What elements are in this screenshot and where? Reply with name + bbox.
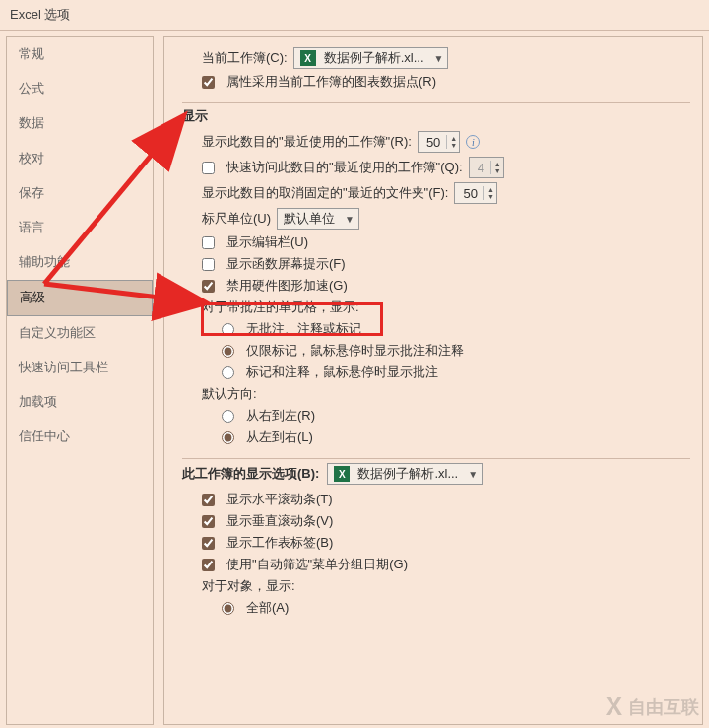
quick-access-recent-checkbox[interactable]	[202, 162, 215, 174]
recent-folders-label: 显示此数目的取消固定的"最近的文件夹"(F):	[202, 184, 448, 202]
comment-both-radio[interactable]	[222, 366, 234, 379]
workbook-display-dropdown[interactable]: X 数据例子解析.xl... ▼	[327, 463, 483, 485]
ruler-units-value: 默认单位	[284, 210, 335, 228]
disable-hw-accel-label: 禁用硬件图形加速(G)	[226, 277, 348, 295]
show-editbar-label: 显示编辑栏(U)	[226, 233, 308, 251]
recent-workbooks-value: 50	[426, 135, 440, 150]
comment-both-label: 标记和注释，鼠标悬停时显示批注	[246, 364, 438, 381]
sidebar-item-customize-ribbon[interactable]: 自定义功能区	[7, 316, 153, 351]
dir-ltr-radio[interactable]	[222, 431, 234, 444]
quick-access-recent-label: 快速访问此数目的"最近使用的工作簿"(Q):	[226, 159, 463, 176]
disable-hw-accel-checkbox[interactable]	[202, 280, 215, 293]
quick-access-recent-value: 4	[478, 161, 484, 175]
comments-head: 对于带批注的单元格，显示:	[202, 298, 690, 316]
excel-file-icon: X	[334, 466, 350, 482]
comment-none-label: 无批注、注释或标记	[246, 320, 361, 338]
section-workbook-display: 此工作簿的显示选项(B): X 数据例子解析.xl... ▼	[182, 458, 690, 485]
recent-workbooks-spinner[interactable]: 50 ▲▼	[418, 131, 460, 153]
section-workbook-display-label: 此工作簿的显示选项(B):	[182, 465, 319, 483]
spinner-arrows-icon[interactable]: ▲▼	[483, 186, 494, 200]
sidebar-item-data[interactable]: 数据	[7, 106, 153, 141]
dir-ltr-label: 从左到右(L)	[246, 429, 313, 446]
sidebar-item-general[interactable]: 常规	[7, 37, 153, 72]
objects-all-radio[interactable]	[222, 602, 234, 615]
recent-folders-value: 50	[463, 186, 477, 201]
autofilter-date-checkbox[interactable]	[202, 559, 215, 571]
attr-use-current-label: 属性采用当前工作簿的图表数据点(R)	[226, 73, 436, 91]
show-editbar-checkbox[interactable]	[202, 236, 215, 249]
comment-markonly-radio[interactable]	[222, 345, 234, 358]
attr-use-current-checkbox[interactable]	[202, 76, 215, 89]
dir-rtl-label: 从右到左(R)	[246, 407, 315, 425]
sidebar-item-quick-access-toolbar[interactable]: 快速访问工具栏	[7, 351, 153, 385]
hscroll-checkbox[interactable]	[202, 494, 215, 506]
vscroll-label: 显示垂直滚动条(V)	[226, 512, 333, 530]
watermark-x-icon: X	[606, 692, 622, 722]
dir-rtl-radio[interactable]	[222, 410, 234, 423]
sheet-tabs-checkbox[interactable]	[202, 537, 215, 550]
watermark: X 自由互联	[606, 692, 699, 722]
current-workbook-dropdown[interactable]: X 数据例子解析.xl... ▼	[293, 47, 449, 69]
sidebar-item-formulas[interactable]: 公式	[7, 72, 153, 106]
recent-folders-spinner[interactable]: 50 ▲▼	[454, 182, 496, 204]
quick-access-recent-spinner: 4 ▲▼	[469, 157, 504, 178]
watermark-text: 自由互联	[628, 695, 699, 719]
ruler-units-label: 标尺单位(U)	[202, 210, 271, 228]
excel-file-icon: X	[300, 50, 316, 66]
window-title: Excel 选项	[0, 0, 709, 31]
workbook-display-value: 数据例子解析.xl...	[357, 465, 458, 483]
show-func-tip-label: 显示函数屏幕提示(F)	[226, 255, 346, 273]
options-content: 当前工作簿(C): X 数据例子解析.xl... ▼ 属性采用当前工作簿的图表数…	[163, 36, 703, 725]
options-sidebar: 常规 公式 数据 校对 保存 语言 辅助功能 高级 自定义功能区 快速访问工具栏…	[6, 36, 154, 725]
section-display: 显示	[182, 102, 690, 125]
chevron-down-icon: ▼	[468, 469, 478, 480]
sidebar-item-accessibility[interactable]: 辅助功能	[7, 245, 153, 280]
chevron-down-icon: ▼	[434, 53, 444, 64]
sidebar-item-save[interactable]: 保存	[7, 176, 153, 211]
comment-none-radio[interactable]	[222, 323, 234, 336]
objects-head: 对于对象，显示:	[202, 577, 690, 595]
sidebar-item-proofing[interactable]: 校对	[7, 142, 153, 176]
comment-markonly-label: 仅限标记，鼠标悬停时显示批注和注释	[246, 342, 464, 360]
ruler-units-dropdown[interactable]: 默认单位 ▼	[277, 208, 359, 230]
hscroll-label: 显示水平滚动条(T)	[226, 491, 333, 508]
spinner-arrows-icon[interactable]: ▲▼	[446, 135, 457, 149]
spinner-arrows-icon: ▲▼	[490, 161, 501, 174]
sheet-tabs-label: 显示工作表标签(B)	[226, 534, 333, 552]
chevron-down-icon: ▼	[345, 214, 354, 225]
info-icon[interactable]: i	[466, 135, 480, 149]
sidebar-item-advanced[interactable]: 高级	[7, 280, 153, 315]
show-func-tip-checkbox[interactable]	[202, 258, 215, 271]
sidebar-item-addins[interactable]: 加载项	[7, 385, 153, 420]
sidebar-item-language[interactable]: 语言	[7, 211, 153, 245]
default-direction-head: 默认方向:	[202, 385, 690, 403]
current-workbook-label: 当前工作簿(C):	[202, 49, 288, 67]
objects-all-label: 全部(A)	[246, 599, 289, 617]
recent-workbooks-label: 显示此数目的"最近使用的工作簿"(R):	[202, 133, 412, 151]
autofilter-date-label: 使用"自动筛选"菜单分组日期(G)	[226, 556, 408, 573]
vscroll-checkbox[interactable]	[202, 515, 215, 528]
sidebar-item-trust-center[interactable]: 信任中心	[7, 420, 153, 454]
current-workbook-value: 数据例子解析.xl...	[324, 49, 424, 67]
